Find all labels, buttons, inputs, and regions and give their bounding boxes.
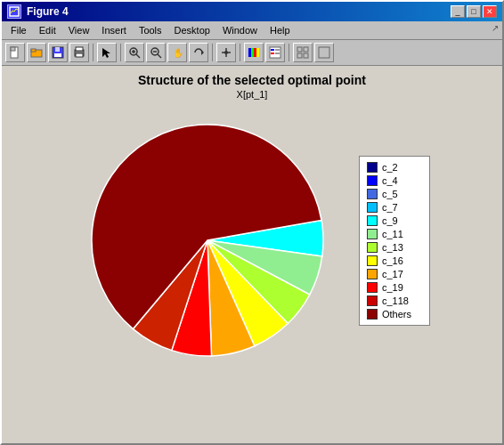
legend-item-c_5: c_5 bbox=[367, 189, 422, 199]
chart-subtitle: X[pt_1] bbox=[237, 89, 268, 100]
svg-marker-11 bbox=[102, 48, 110, 58]
rotate-button[interactable] bbox=[189, 43, 208, 62]
legend-item-c_13: c_13 bbox=[367, 242, 422, 253]
legend-label-c_7: c_7 bbox=[382, 202, 398, 213]
svg-rect-29 bbox=[271, 49, 274, 51]
legend-label-c_5: c_5 bbox=[382, 189, 398, 199]
matlab-indicator: ↗ bbox=[297, 23, 499, 37]
legend: c_2c_4c_5c_7c_9c_11c_13c_16c_17c_19c_118… bbox=[359, 156, 430, 326]
legend-color-c_17 bbox=[367, 269, 378, 279]
zoom-in-button[interactable] bbox=[125, 43, 144, 62]
open-button[interactable] bbox=[27, 43, 46, 62]
figure-icon bbox=[7, 4, 21, 19]
close-button[interactable]: ✕ bbox=[483, 5, 497, 18]
svg-rect-6 bbox=[54, 53, 61, 57]
menu-view[interactable]: View bbox=[63, 23, 95, 37]
color-bar-button[interactable] bbox=[244, 43, 264, 62]
toolbar-separator-3 bbox=[212, 44, 213, 61]
svg-rect-33 bbox=[297, 47, 302, 52]
legend-label-Others: Others bbox=[382, 309, 411, 320]
legend-color-c_5 bbox=[367, 189, 378, 199]
window: Figure 4 _ □ ✕ File Edit View Insert Too… bbox=[0, 0, 504, 445]
svg-rect-4 bbox=[31, 49, 36, 52]
svg-rect-27 bbox=[256, 48, 259, 57]
legend-color-Others bbox=[367, 309, 378, 320]
legend-color-c_118 bbox=[367, 295, 378, 306]
legend-label-c_13: c_13 bbox=[382, 242, 403, 253]
svg-text:✋: ✋ bbox=[173, 47, 183, 59]
legend-color-c_19 bbox=[367, 282, 378, 293]
pan-button[interactable]: ✋ bbox=[167, 43, 187, 62]
arrow-tool[interactable] bbox=[97, 43, 117, 62]
legend-color-c_4 bbox=[367, 175, 378, 186]
legend-color-c_2 bbox=[367, 162, 378, 173]
figure-button[interactable] bbox=[314, 43, 334, 62]
legend-item-c_118: c_118 bbox=[367, 295, 422, 306]
title-bar-left: Figure 4 bbox=[7, 4, 69, 19]
svg-point-23 bbox=[224, 51, 228, 54]
new-button[interactable] bbox=[5, 43, 25, 62]
zoom-out-button[interactable] bbox=[146, 43, 166, 62]
print-button[interactable] bbox=[69, 43, 89, 62]
chart-title: Structure of the selected optimal point bbox=[138, 73, 366, 87]
data-cursor-button[interactable] bbox=[216, 43, 236, 62]
legend-color-c_7 bbox=[367, 202, 378, 213]
legend-label-c_9: c_9 bbox=[382, 215, 398, 226]
maximize-button[interactable]: □ bbox=[467, 5, 481, 18]
menu-help[interactable]: Help bbox=[264, 23, 296, 37]
menu-window[interactable]: Window bbox=[217, 23, 263, 37]
chart-container: c_2c_4c_5c_7c_9c_11c_13c_16c_17c_19c_118… bbox=[9, 107, 495, 374]
legend-color-c_11 bbox=[367, 229, 378, 239]
legend-label-c_4: c_4 bbox=[382, 175, 398, 186]
legend-button[interactable] bbox=[265, 43, 285, 62]
subplot-button[interactable] bbox=[293, 43, 313, 62]
menu-insert[interactable]: Insert bbox=[96, 23, 132, 37]
legend-color-c_16 bbox=[367, 255, 378, 266]
toolbar-separator-5 bbox=[289, 44, 289, 61]
legend-item-c_4: c_4 bbox=[367, 175, 422, 186]
legend-label-c_16: c_16 bbox=[382, 255, 403, 266]
svg-rect-10 bbox=[76, 53, 83, 57]
minimize-button[interactable]: _ bbox=[451, 5, 465, 18]
svg-rect-35 bbox=[297, 53, 302, 58]
svg-rect-26 bbox=[254, 48, 256, 57]
menu-bar: File Edit View Insert Tools Desktop Wind… bbox=[2, 21, 502, 40]
content-area: Structure of the selected optimal point … bbox=[2, 66, 502, 443]
legend-item-c_11: c_11 bbox=[367, 229, 422, 239]
toolbar-separator-4 bbox=[240, 44, 240, 61]
svg-rect-9 bbox=[76, 47, 83, 51]
svg-rect-7 bbox=[55, 47, 60, 52]
svg-rect-37 bbox=[319, 47, 329, 58]
toolbar: ✋ bbox=[2, 40, 502, 66]
menu-desktop[interactable]: Desktop bbox=[169, 23, 215, 37]
legend-label-c_17: c_17 bbox=[382, 269, 403, 279]
legend-label-c_11: c_11 bbox=[382, 229, 403, 239]
toolbar-separator-2 bbox=[120, 44, 121, 61]
legend-color-c_13 bbox=[367, 242, 378, 253]
svg-rect-31 bbox=[271, 53, 274, 54]
legend-item-c_16: c_16 bbox=[367, 255, 422, 266]
legend-item-Others: Others bbox=[367, 309, 422, 320]
save-button[interactable] bbox=[48, 43, 68, 62]
window-title: Figure 4 bbox=[27, 5, 69, 18]
legend-item-c_17: c_17 bbox=[367, 269, 422, 279]
svg-line-13 bbox=[136, 54, 140, 58]
legend-item-c_7: c_7 bbox=[367, 202, 422, 213]
legend-item-c_9: c_9 bbox=[367, 215, 422, 226]
legend-color-c_9 bbox=[367, 215, 378, 226]
svg-marker-20 bbox=[201, 50, 204, 55]
svg-rect-34 bbox=[304, 47, 308, 52]
title-bar: Figure 4 _ □ ✕ bbox=[2, 2, 502, 21]
menu-file[interactable]: File bbox=[5, 23, 32, 37]
menu-edit[interactable]: Edit bbox=[34, 23, 61, 37]
toolbar-separator-1 bbox=[93, 44, 93, 61]
svg-rect-36 bbox=[304, 53, 308, 58]
svg-rect-2 bbox=[11, 47, 15, 51]
legend-item-c_19: c_19 bbox=[367, 282, 422, 293]
svg-rect-24 bbox=[248, 48, 251, 57]
legend-label-c_2: c_2 bbox=[382, 162, 398, 173]
legend-item-c_2: c_2 bbox=[367, 162, 422, 173]
pie-chart bbox=[74, 107, 341, 374]
legend-label-c_19: c_19 bbox=[382, 282, 403, 293]
menu-tools[interactable]: Tools bbox=[134, 23, 167, 37]
